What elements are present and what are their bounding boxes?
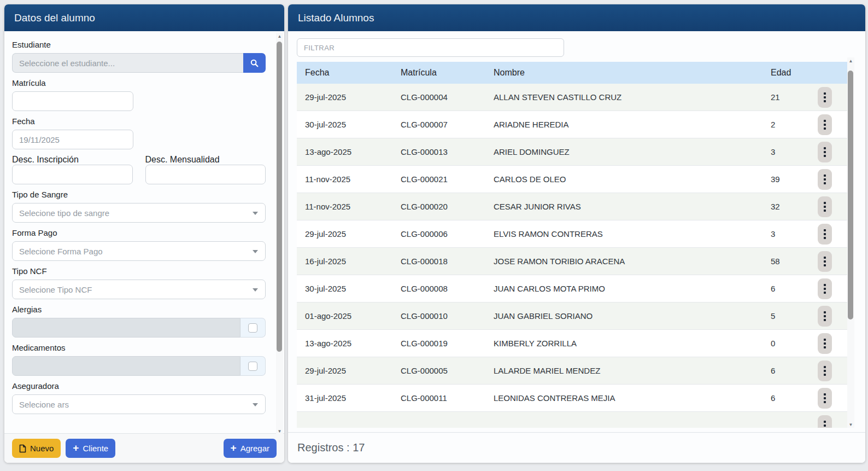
cell-fecha: 13-ago-2025 [297, 339, 392, 348]
cell-nombre: ELVIS RAMON CONTRERAS [485, 229, 763, 239]
cell-matricula: CLG-000006 [392, 229, 485, 239]
nuevo-button[interactable]: Nuevo [12, 439, 61, 458]
cell-nombre: LALARDE MARIEL MENDEZ [485, 366, 763, 375]
medicamentos-input[interactable] [12, 356, 241, 376]
row-actions-button[interactable] [818, 169, 832, 190]
estudiante-input[interactable] [12, 53, 243, 73]
row-actions-button[interactable] [818, 87, 832, 108]
scroll-down-icon[interactable]: ▼ [276, 428, 283, 434]
plus-icon: + [73, 443, 79, 453]
scroll-up-icon[interactable]: ▲ [276, 33, 283, 39]
medicamentos-checkbox[interactable] [248, 362, 257, 371]
table-scrollbar[interactable]: ▲ ▼ [847, 57, 854, 428]
filter-input[interactable] [297, 38, 564, 57]
row-actions-button[interactable] [818, 360, 832, 381]
alergias-input[interactable] [12, 318, 241, 338]
left-panel-scrollbar[interactable]: ▲ ▼ [276, 33, 283, 434]
kebab-dot [824, 182, 826, 184]
row-actions-button[interactable] [818, 196, 832, 217]
cell-nombre: JUAN GABRIEL SORIANO [485, 311, 763, 321]
cell-fecha: 11-nov-2025 [297, 175, 392, 184]
cliente-button[interactable]: + Cliente [66, 439, 115, 458]
cell-matricula: CLG-000020 [392, 202, 485, 211]
kebab-dot [824, 401, 826, 403]
kebab-dot [824, 120, 826, 122]
medicamentos-label: Medicamentos [12, 343, 266, 352]
cell-edad: 6 [763, 284, 814, 293]
matricula-input[interactable] [12, 91, 133, 111]
records-count-label: Registros : 17 [297, 441, 365, 454]
desc-mensualidad-input[interactable] [145, 165, 266, 184]
student-search-button[interactable] [243, 53, 266, 73]
row-actions-button[interactable] [818, 142, 832, 162]
cell-nombre: CARLOS DE OLEO [485, 175, 763, 184]
kebab-dot [824, 393, 826, 396]
cell-actions [814, 142, 848, 162]
cell-edad: 3 [763, 147, 814, 156]
cell-actions [814, 169, 848, 190]
left-scrollbar-thumb[interactable] [277, 42, 282, 352]
forma-pago-select[interactable]: Selecione Forma Pago [12, 241, 266, 261]
kebab-dot [824, 284, 826, 286]
row-actions-button[interactable] [818, 224, 832, 245]
fecha-input[interactable] [12, 130, 133, 149]
row-actions-button[interactable] [818, 251, 832, 272]
row-actions-button[interactable] [818, 114, 832, 135]
chevron-down-icon [253, 288, 258, 292]
cell-edad: 21 [763, 92, 814, 102]
kebab-dot [824, 237, 826, 239]
kebab-dot [824, 339, 826, 341]
alergias-checkbox-addon [241, 318, 266, 338]
left-panel-title: Datos del alumno [14, 12, 95, 24]
table-scrollbar-thumb[interactable] [848, 71, 853, 319]
students-list-panel: Listado Alumnos FechaMatrículaNombreEdad… [288, 4, 865, 463]
tipo-ncf-select[interactable]: Selecione Tipo NCF [12, 280, 266, 299]
table-row: 13-ago-2025CLG-000013ARIEL DOMINGUEZ3 [297, 138, 848, 166]
cell-nombre: ARIADNE HEREDIA [485, 120, 763, 129]
scroll-up-icon[interactable]: ▲ [847, 57, 854, 64]
plus-icon: + [231, 443, 237, 453]
kebab-dot [824, 311, 826, 313]
cell-edad: 58 [763, 257, 814, 266]
kebab-dot [824, 92, 826, 95]
agregar-button[interactable]: + Agregar [224, 439, 277, 458]
forma-pago-select-placeholder: Selecione Forma Pago [19, 247, 103, 256]
table-row [297, 412, 848, 428]
row-actions-button[interactable] [818, 278, 832, 299]
desc-inscripcion-input[interactable] [12, 165, 133, 184]
aseguradora-select[interactable]: Selecione ars [12, 394, 266, 414]
desc-inscripcion-label: Desc. Inscripción [12, 155, 79, 164]
cell-matricula: CLG-000019 [392, 339, 485, 348]
scroll-down-icon[interactable]: ▼ [847, 421, 854, 428]
cell-edad: 3 [763, 229, 814, 239]
chevron-down-icon [253, 250, 258, 253]
row-actions-button[interactable] [818, 333, 832, 354]
table-row: 13-ago-2025CLG-000019KIMBERLY ZORRILLA0 [297, 330, 848, 357]
row-actions-button[interactable] [818, 306, 832, 327]
cell-actions [814, 388, 848, 409]
cell-actions [814, 306, 848, 327]
cell-matricula: CLG-000004 [392, 92, 485, 102]
cell-actions [814, 415, 848, 428]
alergias-checkbox[interactable] [248, 323, 257, 333]
column-header-edad: Edad [763, 68, 814, 78]
row-actions-button[interactable] [818, 415, 832, 428]
cell-edad: 39 [763, 175, 814, 184]
tipo-sangre-field-group: Tipo de Sangre Selecione tipo de sangre [12, 190, 266, 223]
tipo-sangre-select[interactable]: Selecione tipo de sangre [12, 203, 266, 223]
kebab-dot [824, 96, 826, 98]
alergias-label: Alergias [12, 305, 266, 314]
students-table: FechaMatrículaNombreEdad 29-jul-2025CLG-… [297, 62, 848, 428]
medicamentos-checkbox-addon [241, 356, 266, 376]
column-header-nombre: Nombre [485, 68, 763, 78]
cell-nombre: JUAN CARLOS MOTA PRIMO [485, 284, 763, 293]
cell-matricula: CLG-000005 [392, 366, 485, 375]
table-header-row: FechaMatrículaNombreEdad [297, 62, 848, 84]
kebab-dot [824, 147, 826, 149]
form-actions-footer: Nuevo + Cliente + Agregar [4, 433, 284, 463]
table-row: 30-jul-2025CLG-000008JUAN CARLOS MOTA PR… [297, 275, 848, 303]
cell-actions [814, 333, 848, 354]
cell-actions [814, 251, 848, 272]
row-actions-button[interactable] [818, 388, 832, 409]
kebab-dot [824, 100, 826, 102]
